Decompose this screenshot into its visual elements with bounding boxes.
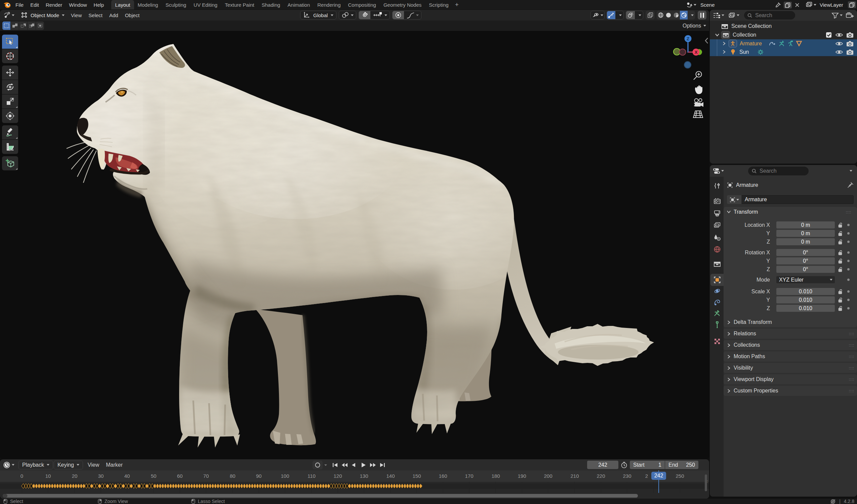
svg-text:10: 10 (45, 473, 51, 479)
svg-text:120: 120 (333, 473, 342, 479)
svg-text:180: 180 (491, 473, 500, 479)
svg-text:X: X (695, 50, 698, 55)
svg-text:150: 150 (413, 473, 421, 479)
svg-text:40: 40 (124, 473, 130, 479)
svg-text:130: 130 (359, 473, 368, 479)
svg-text:20: 20 (72, 473, 78, 479)
svg-text:160: 160 (439, 473, 447, 479)
svg-text:100: 100 (281, 473, 289, 479)
svg-text:140: 140 (386, 473, 394, 479)
svg-text:210: 210 (570, 473, 579, 479)
svg-text:50: 50 (151, 473, 157, 479)
svg-text:Z: Z (687, 36, 689, 41)
svg-text:250: 250 (675, 473, 684, 479)
svg-text:60: 60 (177, 473, 183, 479)
svg-text:190: 190 (518, 473, 526, 479)
svg-text:200: 200 (544, 473, 552, 479)
svg-text:230: 230 (623, 473, 631, 479)
svg-text:90: 90 (256, 473, 262, 479)
svg-text:30: 30 (98, 473, 104, 479)
svg-text:220: 220 (596, 473, 605, 479)
svg-text:0: 0 (20, 473, 23, 479)
svg-text:170: 170 (465, 473, 473, 479)
svg-text:2: 2 (645, 473, 648, 479)
svg-text:70: 70 (203, 473, 209, 479)
svg-text:110: 110 (307, 473, 316, 479)
svg-text:80: 80 (230, 473, 236, 479)
